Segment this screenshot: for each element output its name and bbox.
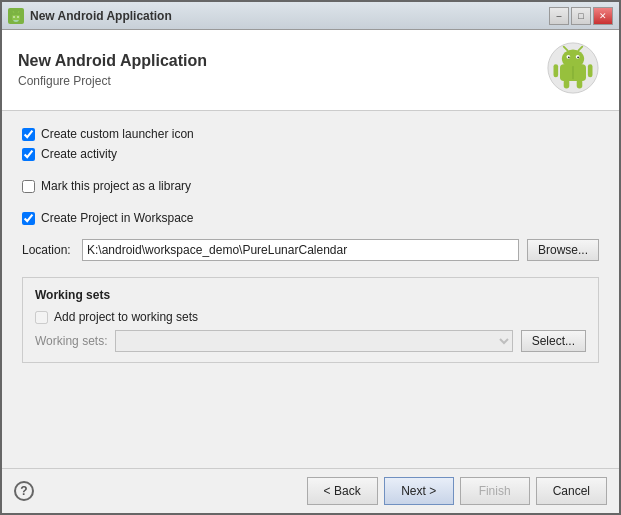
separator1 [22, 167, 599, 179]
browse-button[interactable]: Browse... [527, 239, 599, 261]
svg-line-3 [18, 11, 19, 13]
svg-rect-16 [588, 64, 593, 77]
working-sets-select[interactable] [115, 330, 512, 352]
svg-line-2 [13, 11, 14, 13]
create-activity-label[interactable]: Create activity [41, 147, 117, 161]
svg-rect-1 [12, 15, 20, 20]
help-button[interactable]: ? [14, 481, 34, 501]
footer-buttons: < Back Next > Finish Cancel [307, 477, 607, 505]
android-logo [547, 42, 603, 98]
svg-rect-17 [564, 79, 570, 88]
svg-point-4 [13, 16, 15, 18]
working-sets-group: Working sets Add project to working sets… [22, 277, 599, 363]
launcher-icon-checkbox[interactable] [22, 128, 35, 141]
dialog-footer: ? < Back Next > Finish Cancel [2, 468, 619, 513]
close-button[interactable]: ✕ [593, 7, 613, 25]
create-activity-checkbox[interactable] [22, 148, 35, 161]
cancel-button[interactable]: Cancel [536, 477, 607, 505]
dialog-title: New Android Application [18, 52, 547, 70]
working-sets-label: Working sets: [35, 334, 107, 348]
mark-library-checkbox[interactable] [22, 180, 35, 193]
add-working-sets-checkbox[interactable] [35, 311, 48, 324]
footer-left: ? [14, 481, 34, 501]
create-workspace-label[interactable]: Create Project in Workspace [41, 211, 194, 225]
location-label: Location: [22, 243, 74, 257]
svg-point-8 [562, 49, 584, 68]
separator2 [22, 199, 599, 211]
finish-button[interactable]: Finish [460, 477, 530, 505]
header-text: New Android Application Configure Projec… [18, 52, 547, 88]
dialog-content: New Android Application Configure Projec… [2, 30, 619, 513]
svg-point-11 [568, 56, 570, 58]
title-bar: New Android Application – □ ✕ [2, 2, 619, 30]
dialog-body: Create custom launcher icon Create activ… [2, 111, 619, 468]
dialog-header: New Android Application Configure Projec… [2, 30, 619, 111]
next-button[interactable]: Next > [384, 477, 454, 505]
create-workspace-checkbox[interactable] [22, 212, 35, 225]
launcher-icon-row: Create custom launcher icon [22, 127, 599, 141]
add-to-working-sets-row: Add project to working sets [35, 310, 586, 324]
svg-point-12 [577, 56, 579, 58]
main-window: New Android Application – □ ✕ New Androi… [0, 0, 621, 515]
window-title: New Android Application [30, 9, 549, 23]
location-input[interactable] [82, 239, 519, 261]
working-sets-title: Working sets [35, 288, 586, 302]
location-row: Location: Browse... [22, 239, 599, 261]
maximize-button[interactable]: □ [571, 7, 591, 25]
window-controls: – □ ✕ [549, 7, 613, 25]
create-activity-row: Create activity [22, 147, 599, 161]
window-icon [8, 8, 24, 24]
dialog-subtitle: Configure Project [18, 74, 547, 88]
back-button[interactable]: < Back [307, 477, 378, 505]
svg-rect-15 [554, 64, 559, 77]
svg-point-5 [17, 16, 19, 18]
launcher-icon-label[interactable]: Create custom launcher icon [41, 127, 194, 141]
mark-library-row: Mark this project as a library [22, 179, 599, 193]
mark-library-label[interactable]: Mark this project as a library [41, 179, 191, 193]
select-button[interactable]: Select... [521, 330, 586, 352]
create-workspace-row: Create Project in Workspace [22, 211, 599, 225]
svg-rect-18 [577, 79, 583, 88]
minimize-button[interactable]: – [549, 7, 569, 25]
working-sets-select-row: Working sets: Select... [35, 330, 586, 352]
add-working-sets-label[interactable]: Add project to working sets [54, 310, 198, 324]
